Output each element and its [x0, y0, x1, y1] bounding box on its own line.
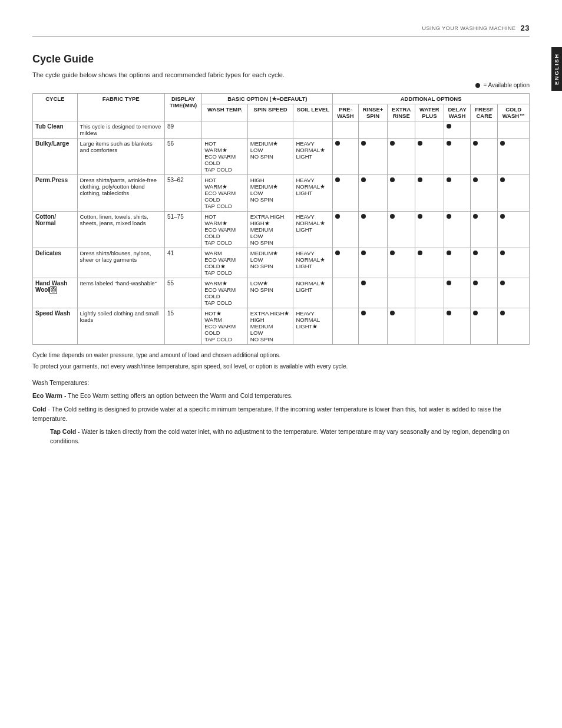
available-dot — [500, 141, 505, 146]
display-time: 51–75 — [164, 212, 201, 248]
cold-wash-dot — [498, 175, 530, 212]
extra-rinse-dot — [388, 278, 415, 308]
pre-wash-dot — [333, 248, 358, 278]
cycle-name: Perm.Press — [33, 175, 78, 212]
legend-text: = Available option — [484, 82, 530, 88]
available-dot — [447, 141, 451, 146]
legend-dot — [475, 83, 480, 88]
available-dot — [390, 141, 395, 146]
pre-wash-dot — [333, 121, 358, 139]
soil-level: HEAVY NORMAL★ LIGHT — [293, 139, 333, 175]
wash-temp-notes: Eco Warm - The Eco Warm setting offers a… — [32, 391, 530, 446]
available-dot — [361, 281, 366, 285]
wash-temp-label: Cold — [32, 406, 46, 413]
available-dot — [361, 251, 366, 255]
available-dot — [473, 141, 478, 146]
soil-level: HEAVY NORMAL LIGHT★ — [293, 308, 333, 345]
col-header-water-plus: WATER PLUS — [415, 104, 444, 121]
rinse-spin-dot — [358, 278, 388, 308]
soil-level: NORMAL★ LIGHT — [293, 278, 333, 308]
available-dot — [447, 214, 451, 219]
col-header-wash-temp: WASH TEMP. — [202, 104, 248, 121]
col-header-cold-wash: COLD WASH™ — [498, 104, 530, 121]
cycle-name: Hand WashWool⓪ — [33, 278, 78, 308]
available-dot — [390, 177, 395, 182]
table-row: Bulky/LargeLarge items such as blankets … — [33, 139, 530, 175]
spin-speed: LOW★ NO SPIN — [247, 278, 293, 308]
delay-wash-dot — [444, 121, 471, 139]
available-dot — [500, 281, 505, 285]
col-header-fresh-care: FRESF CARE — [471, 104, 498, 121]
available-dot — [390, 311, 395, 315]
delay-wash-dot — [444, 139, 471, 175]
table-row: DelicatesDress shirts/blouses, nylons, s… — [33, 248, 530, 278]
using-text: USING YOUR WASHING MACHINE — [422, 25, 516, 31]
page-number: 23 — [521, 24, 530, 32]
pre-wash-dot — [333, 308, 358, 345]
water-plus-dot — [415, 175, 444, 212]
wash-temp-note: Eco Warm - The Eco Warm setting offers a… — [32, 391, 530, 400]
cycle-name: Speed Wash — [33, 308, 78, 345]
cold-wash-dot — [498, 212, 530, 248]
available-dot — [447, 311, 451, 315]
available-dot — [335, 251, 340, 255]
table-row: Speed WashLightly soiled clothing and sm… — [33, 308, 530, 345]
delay-wash-dot — [444, 278, 471, 308]
available-dot — [473, 251, 478, 255]
cold-wash-dot — [498, 121, 530, 139]
delay-wash-dot — [444, 212, 471, 248]
note: Cycle time depends on water pressure, ty… — [32, 351, 530, 360]
available-dot — [418, 177, 422, 182]
cold-wash-dot — [498, 248, 530, 278]
wash-temp-label: Eco Warm — [32, 392, 62, 399]
cycle-guide-table: CYCLE FABRIC TYPE DISPLAY TIME(MIN) BASI… — [32, 93, 530, 345]
available-dot — [473, 177, 478, 182]
wash-temp: HOT WARM★ ECO WARM COLD TAP COLD — [202, 212, 248, 248]
available-dot — [361, 311, 366, 315]
available-dot — [335, 141, 340, 146]
cycle-name: Cotton/ Normal — [33, 212, 78, 248]
extra-rinse-dot — [388, 248, 415, 278]
sidebar-english-label: ENGLISH — [551, 47, 562, 91]
rinse-spin-dot — [358, 175, 388, 212]
available-dot — [500, 177, 505, 182]
cycle-name: Bulky/Large — [33, 139, 78, 175]
wash-temp-heading: Wash Temperatures: — [32, 378, 530, 387]
extra-rinse-dot — [388, 212, 415, 248]
available-dot — [447, 177, 451, 182]
available-dot — [361, 141, 366, 146]
available-dot — [335, 177, 340, 182]
fresh-care-dot — [471, 139, 498, 175]
cold-wash-dot — [498, 278, 530, 308]
available-dot — [447, 281, 451, 285]
available-dot — [335, 214, 340, 219]
fabric-type: Lightly soiled clothing and small loads — [77, 308, 164, 345]
spin-speed: MEDIUM★ LOW NO SPIN — [247, 139, 293, 175]
col-header-display: DISPLAY TIME(MIN) — [164, 94, 201, 121]
wash-temp: HOT WARM★ ECO WARM COLD TAP COLD — [202, 175, 248, 212]
water-plus-dot — [415, 308, 444, 345]
wash-temp: HOT★ WARM ECO WARM COLD TAP COLD — [202, 308, 248, 345]
available-dot — [500, 214, 505, 219]
extra-rinse-dot — [388, 175, 415, 212]
available-dot — [361, 177, 366, 182]
display-time: 41 — [164, 248, 201, 278]
fresh-care-dot — [471, 278, 498, 308]
pre-wash-dot — [333, 278, 358, 308]
extra-rinse-dot — [388, 139, 415, 175]
top-bar: USING YOUR WASHING MACHINE 23 — [32, 24, 530, 37]
available-dot — [418, 141, 422, 146]
rinse-spin-dot — [358, 248, 388, 278]
available-dot — [473, 281, 478, 285]
rinse-spin-dot — [358, 212, 388, 248]
water-plus-dot — [415, 248, 444, 278]
wash-temp: WARM★ ECO WARM COLD TAP COLD — [202, 278, 248, 308]
soil-level: HEAVY NORMAL★ LIGHT — [293, 175, 333, 212]
wash-temp-note: Cold - The Cold setting is designed to p… — [32, 404, 530, 424]
wash-temp-section: Wash Temperatures: Eco Warm - The Eco Wa… — [32, 378, 530, 446]
pre-wash-dot — [333, 212, 358, 248]
available-dot — [361, 214, 366, 219]
col-header-additional-options: ADDITIONAL OPTIONS — [333, 94, 530, 104]
col-header-basic-option: BASIC OPTION (★=DEFAULT) — [202, 94, 333, 104]
rinse-spin-dot — [358, 308, 388, 345]
